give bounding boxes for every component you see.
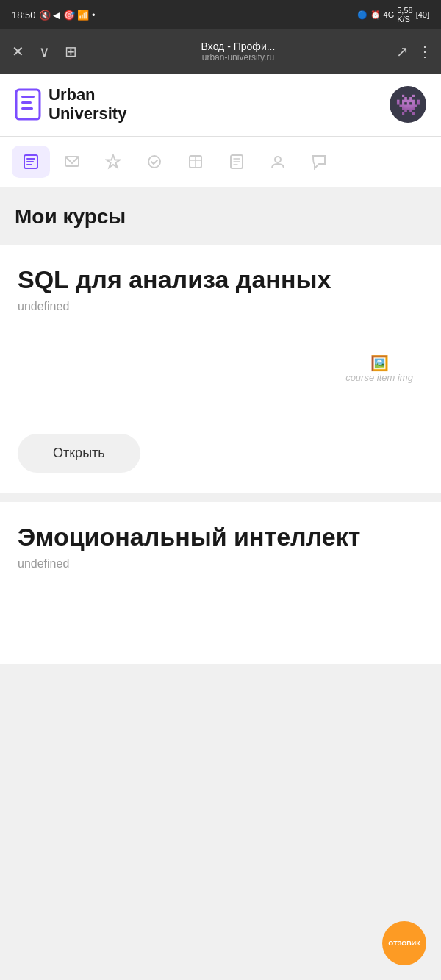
time-display: 18:50 xyxy=(12,10,36,21)
chevron-down-icon[interactable]: ∨ xyxy=(36,40,53,63)
nav-certificates[interactable] xyxy=(135,146,173,178)
nav-profile[interactable] xyxy=(259,146,297,178)
logo-text: Urban University xyxy=(49,85,126,124)
section-label: Мои курсы xyxy=(0,187,441,240)
course-title-1: SQL для анализа данных xyxy=(18,265,423,294)
signal-icons: 🔇 ◀ 🎯 📶 • xyxy=(39,10,96,21)
nav-favorites[interactable] xyxy=(94,146,132,178)
course-card-1: SQL для анализа данных undefined Открыть… xyxy=(0,245,441,493)
avatar[interactable]: 👾 xyxy=(390,86,426,123)
close-icon[interactable]: ✕ xyxy=(9,40,27,63)
tabs-icon[interactable]: ⊞ xyxy=(62,40,80,63)
page-content: Urban University 👾 xyxy=(0,74,441,668)
course-subtitle-1: undefined xyxy=(18,300,423,313)
svg-marker-9 xyxy=(107,155,120,168)
browser-actions: ↗ ⋮ xyxy=(396,43,432,60)
logo-area: Urban University xyxy=(15,85,126,124)
alarm-icon: ⏰ xyxy=(370,10,381,20)
course-title-2: Эмоциональный интеллект xyxy=(18,523,423,551)
status-right: 🔵 ⏰ 4G 5,58K/S [40] xyxy=(357,6,429,24)
svg-point-10 xyxy=(148,156,160,168)
url-area[interactable]: Вход - Профи... urban-university.ru xyxy=(89,40,387,62)
nav-courses[interactable] xyxy=(12,146,50,178)
site-header: Urban University 👾 xyxy=(0,74,441,137)
browser-bar: ✕ ∨ ⊞ Вход - Профи... urban-university.r… xyxy=(0,29,441,74)
nav-messages[interactable] xyxy=(53,146,91,178)
nav-chat[interactable] xyxy=(300,146,338,178)
open-course-button-1[interactable]: Открыть xyxy=(18,434,140,473)
watermark: ОТЗОВИК xyxy=(382,921,426,965)
course-image-1: 🖼️ course item img xyxy=(335,336,423,402)
nav-tasks[interactable] xyxy=(176,146,215,178)
domain-display: urban-university.ru xyxy=(202,52,274,62)
svg-rect-3 xyxy=(21,107,33,110)
battery-display: [40] xyxy=(416,10,429,19)
watermark-text: ОТЗОВИК xyxy=(388,940,420,947)
svg-point-18 xyxy=(275,157,281,162)
cards-wrapper: SQL для анализа данных undefined Открыть… xyxy=(0,240,441,668)
speed-display: 5,58K/S xyxy=(397,6,412,24)
nav-icons-bar xyxy=(0,137,441,187)
course-subtitle-2: undefined xyxy=(18,557,423,571)
svg-rect-0 xyxy=(16,90,40,119)
network-icon: 4G xyxy=(384,10,395,19)
section-title: Мои курсы xyxy=(15,205,426,229)
bluetooth-icon: 🔵 xyxy=(357,10,368,20)
status-bar: 18:50 🔇 ◀ 🎯 📶 • 🔵 ⏰ 4G 5,58K/S [40] xyxy=(0,0,441,29)
course-card-2: Эмоциональный интеллект undefined xyxy=(0,502,441,664)
course-card-wrapper-2: Эмоциональный интеллект undefined xyxy=(0,498,441,668)
svg-rect-1 xyxy=(21,96,35,98)
menu-icon[interactable]: ⋮ xyxy=(417,43,432,60)
page-title: Вход - Профи... xyxy=(201,40,276,52)
course-card-wrapper-1: SQL для анализа данных undefined Открыть… xyxy=(0,240,441,498)
nav-notes[interactable] xyxy=(218,146,256,178)
svg-rect-2 xyxy=(21,101,32,104)
avatar-emoji: 👾 xyxy=(395,93,421,117)
logo-icon xyxy=(15,88,41,121)
status-left: 18:50 🔇 ◀ 🎯 📶 • xyxy=(12,10,96,21)
share-icon[interactable]: ↗ xyxy=(396,43,409,60)
